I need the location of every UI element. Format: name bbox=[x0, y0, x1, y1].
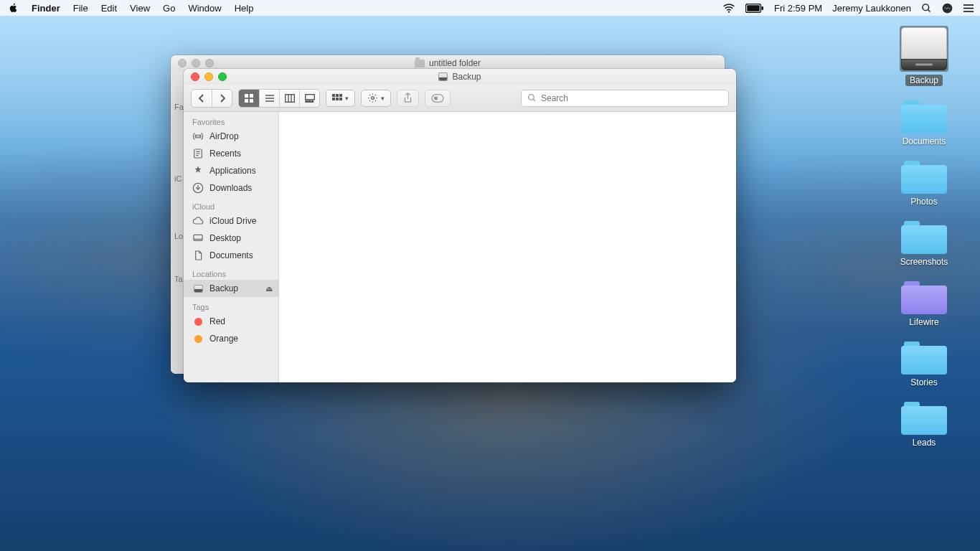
menu-view[interactable]: View bbox=[130, 3, 150, 14]
share-button[interactable] bbox=[397, 90, 419, 107]
svg-rect-13 bbox=[250, 99, 253, 103]
action-menu-button[interactable]: ▾ bbox=[361, 90, 391, 107]
svg-point-33 bbox=[529, 95, 534, 100]
sidebar-item-label: Backup bbox=[209, 283, 238, 293]
chevron-down-icon: ▾ bbox=[381, 95, 385, 102]
close-button[interactable] bbox=[191, 72, 199, 81]
view-list-button[interactable] bbox=[259, 90, 279, 107]
folder-icon bbox=[901, 402, 947, 435]
cloud-icon bbox=[192, 215, 204, 227]
menu-help[interactable]: Help bbox=[235, 3, 254, 14]
titlebar[interactable]: Backup bbox=[184, 69, 736, 85]
menu-go[interactable]: Go bbox=[163, 3, 175, 14]
menu-file[interactable]: File bbox=[73, 3, 88, 14]
menu-clock[interactable]: Fri 2:59 PM bbox=[774, 3, 822, 14]
sidebar-item-label: Recents bbox=[209, 149, 241, 159]
sidebar-item-label: Applications bbox=[209, 166, 256, 176]
svg-point-0 bbox=[728, 11, 730, 13]
tag-color-icon bbox=[192, 318, 204, 326]
sidebar-section-locations: Locations bbox=[184, 264, 278, 280]
sidebar-item-documents[interactable]: Documents bbox=[184, 247, 278, 264]
view-columns-button[interactable] bbox=[279, 90, 299, 107]
sidebar-tag-orange[interactable]: Orange bbox=[184, 330, 278, 347]
folder-icon bbox=[901, 100, 947, 133]
zoom-button[interactable] bbox=[218, 72, 227, 81]
siri-icon[interactable] bbox=[942, 3, 953, 14]
airdrop-icon bbox=[192, 131, 204, 142]
sidebar-clipped: Fa iC Lo Ta bbox=[171, 71, 185, 374]
desktop-icon-stories[interactable]: Stories bbox=[888, 342, 960, 387]
desktop-icon-label: Backup bbox=[905, 75, 943, 86]
file-browser-content[interactable] bbox=[279, 112, 736, 382]
sidebar-item-desktop[interactable]: Desktop bbox=[184, 230, 278, 247]
menu-edit[interactable]: Edit bbox=[101, 3, 117, 14]
group-by-button[interactable]: ▾ bbox=[326, 90, 355, 107]
desktop-icon-label: Documents bbox=[903, 136, 946, 146]
sidebar-item-label: Downloads bbox=[209, 183, 252, 193]
svg-point-32 bbox=[434, 97, 437, 100]
close-button[interactable] bbox=[178, 59, 187, 67]
window-title: untitled folder bbox=[429, 58, 481, 68]
desktop-icon-documents[interactable]: Documents bbox=[888, 100, 960, 146]
view-icons-button[interactable] bbox=[239, 90, 259, 107]
svg-rect-2 bbox=[747, 5, 759, 11]
desktop-icon-lifewire[interactable]: Lifewire bbox=[888, 281, 960, 327]
spotlight-icon[interactable] bbox=[921, 3, 932, 14]
desktop-icon-photos[interactable]: Photos bbox=[888, 161, 960, 207]
folder-icon bbox=[901, 221, 947, 254]
sidebar-item-label: Desktop bbox=[209, 233, 241, 243]
sidebar-item-downloads[interactable]: Downloads bbox=[184, 179, 278, 197]
battery-icon[interactable] bbox=[745, 4, 764, 13]
sidebar-item-label: Documents bbox=[209, 250, 253, 260]
folder-icon bbox=[901, 281, 947, 314]
minimize-button[interactable] bbox=[204, 72, 213, 81]
zoom-button[interactable] bbox=[205, 59, 214, 67]
downloads-icon bbox=[192, 182, 204, 194]
sidebar-item-applications[interactable]: Applications bbox=[184, 162, 278, 179]
recents-icon bbox=[192, 148, 204, 159]
sidebar-item-recents[interactable]: Recents bbox=[184, 145, 278, 162]
view-gallery-button[interactable] bbox=[299, 90, 319, 107]
finder-window-backup[interactable]: Backup ▾ ▾ bbox=[184, 69, 736, 382]
desktop-icon-backup[interactable]: Backup bbox=[888, 26, 960, 86]
sidebar-item-backup[interactable]: Backup⏏ bbox=[184, 280, 278, 297]
menu-bar: Finder File Edit View Go Window Help Fri… bbox=[0, 0, 980, 16]
search-field[interactable] bbox=[521, 90, 729, 107]
svg-rect-41 bbox=[194, 235, 202, 240]
svg-rect-26 bbox=[339, 94, 342, 97]
toolbar: ▾ ▾ bbox=[184, 85, 736, 112]
folder-icon bbox=[415, 60, 425, 67]
sidebar-tag-red[interactable]: Red bbox=[184, 313, 278, 330]
back-button[interactable] bbox=[192, 90, 212, 107]
sidebar-section-icloud: iCloud bbox=[184, 197, 278, 212]
apple-menu-icon[interactable] bbox=[9, 3, 19, 13]
svg-rect-3 bbox=[761, 6, 763, 10]
menu-app-name[interactable]: Finder bbox=[32, 3, 60, 14]
tags-button[interactable] bbox=[425, 90, 451, 107]
sidebar-item-label: AirDrop bbox=[209, 131, 239, 141]
sidebar-item-airdrop[interactable]: AirDrop bbox=[184, 128, 278, 145]
sidebar-item-label: Orange bbox=[209, 334, 238, 344]
svg-rect-23 bbox=[311, 100, 314, 102]
svg-point-4 bbox=[923, 4, 929, 10]
menu-user[interactable]: Jeremy Laukkonen bbox=[832, 3, 911, 14]
svg-point-30 bbox=[372, 97, 374, 100]
menu-window[interactable]: Window bbox=[188, 3, 221, 14]
desktop-icon-leads[interactable]: Leads bbox=[888, 402, 960, 448]
notification-center-icon[interactable] bbox=[963, 4, 974, 13]
sidebar-item-icloud-drive[interactable]: iCloud Drive bbox=[184, 212, 278, 230]
forward-button[interactable] bbox=[212, 90, 232, 107]
eject-icon[interactable]: ⏏ bbox=[265, 284, 273, 293]
tag-color-icon bbox=[192, 335, 204, 343]
minimize-button[interactable] bbox=[192, 59, 200, 67]
svg-rect-22 bbox=[308, 100, 311, 102]
svg-line-34 bbox=[533, 99, 535, 101]
svg-line-5 bbox=[928, 9, 930, 11]
wifi-icon[interactable] bbox=[722, 3, 735, 13]
documents-icon bbox=[192, 250, 204, 261]
sidebar-item-label: iCloud Drive bbox=[209, 216, 256, 226]
svg-rect-12 bbox=[245, 99, 248, 103]
chevron-down-icon: ▾ bbox=[345, 95, 349, 102]
desktop-icon-screenshots[interactable]: Screenshots bbox=[888, 221, 960, 267]
search-input[interactable] bbox=[541, 93, 722, 103]
